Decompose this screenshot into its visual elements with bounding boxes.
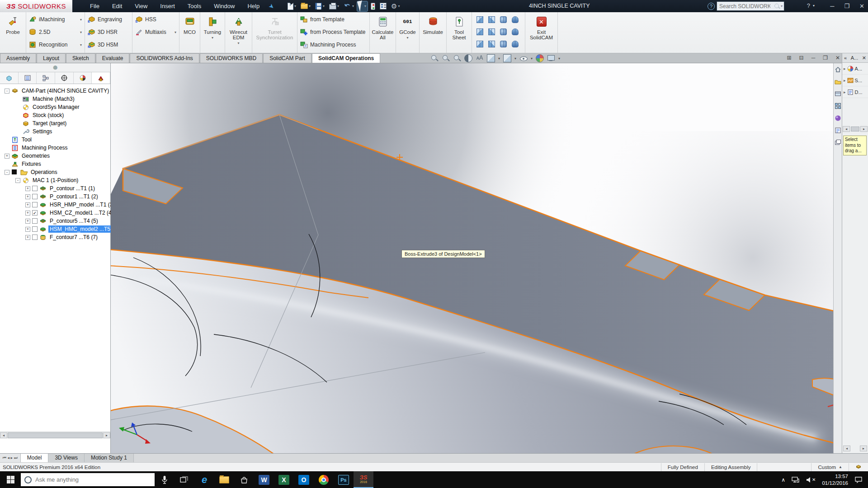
gcode-button[interactable]: G01 GCode ▾ — [398, 14, 417, 52]
volume-muted-icon[interactable]: ✕ — [806, 477, 816, 483]
calculate-all-button[interactable]: Calculate All — [372, 14, 394, 52]
cam-view-dim-icon[interactable] — [500, 28, 507, 35]
menu-edit[interactable]: Edit — [107, 1, 127, 11]
cam-view-shell-icon[interactable] — [512, 28, 519, 35]
expander-icon[interactable]: - — [5, 170, 9, 175]
menu-help[interactable]: Help — [242, 1, 264, 11]
view-palette-icon[interactable] — [835, 103, 841, 109]
section-view-icon[interactable] — [464, 54, 472, 62]
zoom-to-area-icon[interactable] — [442, 54, 450, 62]
tile-window-icon[interactable]: ⊞ — [787, 55, 792, 61]
simulate-button[interactable]: Simulate — [421, 14, 444, 52]
property-manager-tab[interactable] — [19, 72, 37, 84]
help-search-input[interactable] — [717, 3, 773, 9]
menu-view[interactable]: View — [130, 1, 152, 11]
annotation-view-icon[interactable]: 🗚 — [476, 54, 484, 62]
new-document-button[interactable]: ▾ — [286, 1, 297, 11]
turning-caret-icon[interactable]: ▾ — [212, 36, 213, 40]
tab-assembly[interactable]: Assembly — [0, 53, 36, 63]
hide-show-caret-icon[interactable]: ▾ — [531, 56, 533, 61]
view-settings-caret-icon[interactable]: ▾ — [558, 56, 560, 61]
file-properties-button[interactable] — [378, 1, 388, 11]
tree-item-operation-p-contour5[interactable]: + P_contour5 ...T4 (5) — [0, 217, 110, 225]
panel-splitter-handle[interactable]: ⬤ — [0, 63, 110, 72]
previous-view-icon[interactable] — [453, 54, 461, 62]
display-manager-tab[interactable] — [74, 72, 92, 84]
graphics-viewport[interactable]: Boss-Extrude3 of DesignModel<1> — [111, 63, 833, 453]
zoom-to-fit-icon[interactable] — [430, 54, 439, 62]
task-pane-mini-scrollbar[interactable]: ◂ ▸ — [842, 126, 868, 132]
doc-tab-3d-views[interactable]: 3D Views — [48, 454, 84, 462]
expander-icon[interactable]: - — [5, 89, 9, 94]
rebuild-button[interactable] — [369, 1, 377, 11]
task-pane-item-scenes[interactable]: ▸ S... — [842, 75, 868, 86]
close-button[interactable]: ✕ — [859, 3, 864, 9]
undo-button[interactable]: ▾ — [342, 1, 355, 11]
tool-sheet-button[interactable]: Tool Sheet — [448, 14, 470, 52]
doc-tab-motion-study[interactable]: Motion Study 1 — [85, 454, 134, 462]
taskbar-edge-button[interactable]: e — [194, 471, 214, 488]
taskbar-store-button[interactable] — [234, 471, 254, 488]
help-caret-icon[interactable]: ▾ — [813, 4, 815, 8]
recognition-caret-icon[interactable]: ▾ — [80, 43, 83, 47]
open-button[interactable]: ▾ — [299, 1, 312, 11]
action-center-icon[interactable] — [854, 476, 863, 483]
task-pane-collapse-icon[interactable]: « — [844, 55, 847, 61]
recognition-button[interactable]: Recognition▾ — [28, 39, 83, 50]
hss-button[interactable]: SHSS — [134, 14, 177, 25]
view-orientation-caret-icon[interactable]: ▾ — [498, 56, 500, 61]
cam-view-section-icon[interactable] — [500, 41, 507, 47]
scroll-left-icon[interactable]: ◂ — [843, 446, 850, 451]
probe-button[interactable]: Probe — [2, 14, 24, 52]
scroll-right-icon[interactable]: ▸ — [103, 432, 110, 438]
search-scope-caret-icon[interactable]: ▾ — [781, 4, 784, 8]
tree-item-stock[interactable]: Stock (stock) — [0, 111, 110, 119]
tree-item-operation-hsm-hmc-selected[interactable]: + HSM_HMC_model2 ...T5 (6) — [0, 225, 110, 233]
doc-close-icon[interactable]: ✕ — [835, 55, 840, 61]
taskbar-excel-button[interactable]: X — [274, 471, 294, 488]
taskbar-file-explorer-button[interactable] — [214, 471, 234, 488]
expander-icon[interactable]: + — [25, 219, 30, 224]
tree-horizontal-scrollbar[interactable]: ◂ ▸ — [0, 432, 110, 438]
tree-item-geometries[interactable]: + Geometries — [0, 152, 110, 160]
expander-icon[interactable]: + — [25, 211, 30, 216]
expander-icon[interactable]: + — [5, 154, 9, 159]
menu-insert[interactable]: Insert — [155, 1, 180, 11]
expander-icon[interactable]: - — [15, 178, 20, 183]
cortana-search-input[interactable] — [35, 476, 151, 483]
expander-icon[interactable]: + — [25, 235, 30, 240]
custom-status-dropdown[interactable]: Custom▲ — [811, 463, 849, 471]
mco-button[interactable]: MCO — [181, 14, 198, 52]
tab-evaluate[interactable]: Evaluate — [96, 53, 130, 63]
turning-button[interactable]: Turning ▾ — [202, 14, 223, 52]
3d-hsr-button[interactable]: R3D HSR — [87, 27, 130, 38]
scroll-right-icon[interactable]: ▸ — [860, 126, 868, 132]
expander-icon[interactable]: + — [25, 227, 30, 232]
machining-process-button[interactable]: Machining Process — [299, 39, 368, 50]
tree-item-machining-process[interactable]: Machining Process — [0, 144, 110, 152]
cam-view-right-icon[interactable] — [488, 28, 495, 35]
2-5d-caret-icon[interactable]: ▾ — [80, 30, 83, 34]
wirecut-edm-button[interactable]: Wirecut EDM ▾ — [227, 14, 250, 52]
dimxpert-manager-tab[interactable] — [55, 72, 74, 84]
menu-tools[interactable]: Tools — [183, 1, 206, 11]
edit-appearance-icon[interactable] — [536, 54, 544, 62]
appearances-icon[interactable] — [835, 115, 841, 122]
display-style-caret-icon[interactable]: ▾ — [514, 56, 516, 61]
taskbar-word-button[interactable]: W — [254, 471, 274, 488]
tree-item-operation-hsm-cz[interactable]: + ✓ HSM_CZ_model1 ...T2 (4) — [0, 209, 110, 217]
operation-checkbox-checked[interactable]: ✓ — [32, 210, 38, 216]
help-search-box[interactable]: ▾ — [717, 1, 784, 11]
tab-solidcam-operations[interactable]: SolidCAM Operations — [312, 53, 380, 63]
expander-icon[interactable]: + — [25, 186, 30, 191]
cam-view-back-icon[interactable] — [488, 16, 495, 23]
doc-tab-model[interactable]: Model — [21, 454, 49, 462]
configuration-manager-tab[interactable] — [37, 72, 55, 84]
view-settings-icon[interactable] — [547, 54, 555, 62]
multiaxis-caret-icon[interactable]: ▾ — [175, 30, 177, 34]
minimize-button[interactable]: ─ — [830, 3, 834, 9]
engraving-button[interactable]: EEngraving — [87, 14, 130, 25]
featuremanager-design-tree-tab[interactable] — [0, 72, 19, 84]
home-icon[interactable] — [835, 66, 841, 73]
taskbar-outlook-button[interactable]: O — [294, 471, 314, 488]
